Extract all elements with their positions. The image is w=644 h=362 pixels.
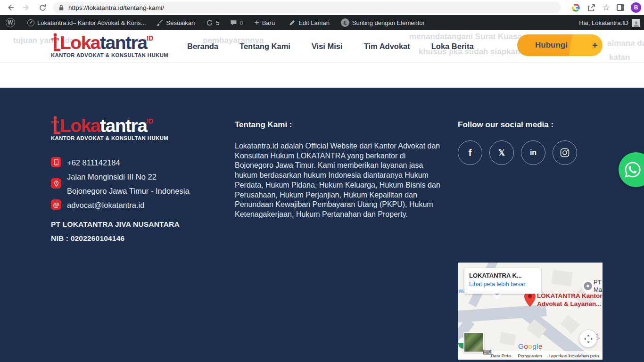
browser-profile-avatar[interactable]: B xyxy=(631,2,641,13)
plus-icon: + xyxy=(592,40,598,51)
map-pan-control[interactable] xyxy=(579,330,597,347)
map-building xyxy=(560,315,579,334)
phone-number[interactable]: +62 811142184 xyxy=(67,156,120,170)
wp-comments[interactable]: 0 xyxy=(226,15,247,30)
about-section: Tentang Kami : Lokatantra.id adalah Offi… xyxy=(235,120,446,220)
hubungi-button[interactable]: Hubungi + xyxy=(517,34,603,56)
side-panel-icon[interactable] xyxy=(617,4,624,11)
google-map-embed[interactable]: LOKATANTRA K... Lihat peta lebih besar a… xyxy=(458,263,603,360)
footer-logo-tagline: KANTOR ADVOKAT & KONSULTAN HUKUM xyxy=(51,135,168,141)
address-line2: Bojonegoro Jawa Timur - Indonesia xyxy=(67,187,190,195)
justice-statue-icon xyxy=(51,33,61,52)
back-button[interactable] xyxy=(5,2,16,13)
footer-logo-tld: .ID xyxy=(145,118,153,124)
browser-toolbar: https://lokatantra.id/tentang-kami/ ☆ B xyxy=(0,0,644,15)
wp-new-content[interactable]: + Baru xyxy=(251,15,279,30)
map-terms-link[interactable]: Persyaratan xyxy=(518,353,542,358)
x-twitter-button[interactable]: 𝕏 xyxy=(489,140,514,165)
wp-update-count: 5 xyxy=(216,19,219,26)
pencil-icon xyxy=(289,19,296,26)
google-maps-logo: Google xyxy=(518,342,543,351)
facebook-icon: f xyxy=(469,148,472,158)
wp-elementor-edit[interactable]: E Sunting dengan Elementor xyxy=(337,15,429,30)
wordpress-logo-icon: W xyxy=(6,18,15,27)
comments-bubble-icon xyxy=(230,19,237,26)
wp-admin-bar: W Lokatantra.id– Kantor Advokat & Kons..… xyxy=(0,15,644,30)
url-text: https://lokatantra.id/tentang-kami/ xyxy=(68,4,164,11)
contact-phone-row: +62 811142184 xyxy=(51,156,120,170)
main-nav: Beranda Tentang Kami Visi Misi Tim Advok… xyxy=(187,30,474,63)
wp-updates[interactable]: 5 xyxy=(202,15,223,30)
map-report-link[interactable]: Laporkan kesalahan peta xyxy=(548,353,599,358)
email-at-icon: @ xyxy=(51,199,61,210)
updates-icon xyxy=(206,19,213,26)
contact-email-row: @ advocat@lokatantra.id xyxy=(51,198,144,212)
satellite-view-thumbnail[interactable] xyxy=(463,332,484,353)
google-icon[interactable] xyxy=(571,3,580,12)
wp-new-label: Baru xyxy=(262,19,275,26)
phone-icon xyxy=(51,157,61,167)
instagram-button[interactable] xyxy=(553,140,577,165)
nav-item-beranda[interactable]: Beranda xyxy=(187,42,218,51)
about-text: Lokatantra.id adalah Official Website da… xyxy=(235,141,446,220)
address-line1: Jalan Monginsidi III No 22 xyxy=(67,173,157,181)
company-name: PT LOKATANTRA JIVA NUSANTARA xyxy=(51,220,180,229)
instagram-icon xyxy=(560,148,570,157)
elementor-icon: E xyxy=(341,18,349,27)
map-view-larger-link[interactable]: Lihat peta lebih besar xyxy=(469,281,536,288)
facebook-button[interactable]: f xyxy=(458,140,482,165)
about-heading: Tentang Kami : xyxy=(235,120,446,130)
linkedin-icon: in xyxy=(530,148,537,157)
wp-elementor-label: Sunting dengan Elementor xyxy=(352,19,425,26)
map-building xyxy=(499,332,516,346)
forward-button[interactable] xyxy=(21,2,32,13)
wp-edit-page[interactable]: Edit Laman xyxy=(285,15,333,30)
wp-site-menu[interactable]: Lokatantra.id– Kantor Advokat & Kons... xyxy=(24,15,150,30)
map-pin-label: LOKATANTRA KantorAdvokat & Layanan... xyxy=(537,292,602,308)
footer-logo-text-red: Loka xyxy=(60,116,100,135)
email-address[interactable]: advocat@lokatantra.id xyxy=(67,198,144,212)
refresh-icon xyxy=(39,4,47,12)
wp-comment-count: 0 xyxy=(240,19,243,26)
share-icon[interactable] xyxy=(587,3,596,12)
nav-item-tim-advokat[interactable]: Tim Advokat xyxy=(364,42,410,51)
wp-customize-label: Sesuaikan xyxy=(166,19,195,26)
bookmark-star-icon[interactable]: ☆ xyxy=(603,3,610,12)
logo-tld: .ID xyxy=(145,35,153,41)
back-arrow-icon xyxy=(6,3,15,12)
address-text: Jalan Monginsidi III No 22 Bojonegoro Ja… xyxy=(67,170,190,198)
social-section: Follow our social media : f 𝕏 in xyxy=(458,120,577,165)
dashboard-gauge-icon xyxy=(27,19,34,26)
refresh-button[interactable] xyxy=(37,2,48,13)
nav-item-visi-misi[interactable]: Visi Misi xyxy=(312,42,343,51)
wp-account-menu[interactable]: Hai, Lokatantra.ID xyxy=(579,19,644,27)
social-heading: Follow our social media : xyxy=(458,120,577,130)
address-bar[interactable]: https://lokatantra.id/tentang-kami/ xyxy=(53,2,561,13)
social-icons: f 𝕏 in xyxy=(458,140,577,165)
customize-brush-icon xyxy=(157,19,164,26)
wp-site-name: Lokatantra.id– Kantor Advokat & Kons... xyxy=(37,19,146,26)
justice-statue-icon xyxy=(51,116,61,135)
whatsapp-icon xyxy=(624,161,642,179)
site-footer: Loka tantra .ID KANTOR ADVOKAT & KONSULT… xyxy=(0,88,644,362)
location-pin-icon xyxy=(51,178,61,189)
wp-avatar xyxy=(632,19,640,27)
wp-logo-menu[interactable]: W xyxy=(2,15,19,30)
map-info-title: LOKATANTRA K... xyxy=(469,272,536,279)
toolbar-actions: ☆ B xyxy=(571,2,641,13)
logo-text-dark: tantra xyxy=(100,33,147,52)
nav-item-loka-berita[interactable]: Loka Berita xyxy=(431,42,474,51)
plus-icon: + xyxy=(255,18,259,27)
x-twitter-icon: 𝕏 xyxy=(498,148,505,158)
site-logo[interactable]: Loka tantra .ID KANTOR ADVOKAT & KONSULT… xyxy=(51,33,168,58)
hubungi-label: Hubungi xyxy=(535,41,568,50)
map-building xyxy=(551,270,573,287)
linkedin-button[interactable]: in xyxy=(521,140,545,165)
site-header: tujuan yang ada pembayarannya menandatan… xyxy=(0,30,644,63)
footer-logo: Loka tantra .ID KANTOR ADVOKAT & KONSULT… xyxy=(51,116,168,141)
nav-item-tentang-kami[interactable]: Tentang Kami xyxy=(239,42,290,51)
map-data-link[interactable]: Data Peta xyxy=(491,353,511,358)
keyboard-shortcuts-icon[interactable]: ⌨ xyxy=(483,349,492,356)
wp-customize[interactable]: Sesuaikan xyxy=(153,15,199,30)
wp-edit-label: Edit Laman xyxy=(298,19,330,26)
